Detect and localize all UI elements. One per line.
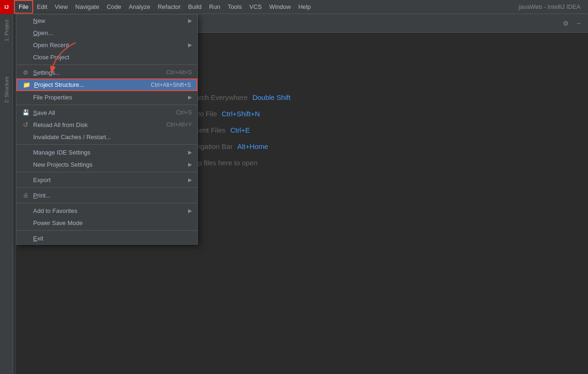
hint-search-everywhere: Search Everywhere Double Shift [187,93,291,101]
divider-2 [16,105,197,105]
export-arrow-icon: ▶ [188,177,192,183]
new-projects-arrow-icon: ▶ [188,162,192,168]
settings-icon: ⚙ [21,69,30,76]
menu-exit[interactable]: Exit [16,232,197,244]
menu-new-projects-settings[interactable]: New Projects Settings ▶ [16,158,197,170]
toolbar-settings-button[interactable]: ⚙ [560,18,571,29]
sidebar-tab-project[interactable]: 1: Project [3,16,10,45]
menu-item-analyze[interactable]: Analyze [125,0,154,14]
hint-drop-files: Drop files here to open [187,159,291,167]
hint-recent-files: Recent Files Ctrl+E [187,126,291,134]
left-sidebar: 1: Project 2: Structure [0,14,13,374]
window-title: javaWeb - IntelliJ IDEA [518,3,588,10]
menu-item-tools[interactable]: Tools [224,0,245,14]
hint-key-nav: Alt+Home [237,142,268,150]
menu-invalidate-caches[interactable]: Invalidate Caches / Restart... [16,131,197,143]
reload-icon: ↺ [21,121,30,128]
manage-ide-arrow-icon: ▶ [188,149,192,155]
project-structure-icon: 📁 [22,81,31,88]
menu-print[interactable]: 🖨 Print... [16,189,197,201]
menu-power-save[interactable]: Power Save Mode [16,217,197,229]
open-recent-arrow-icon: ▶ [188,42,192,48]
menu-item-refactor[interactable]: Refactor [154,0,184,14]
menu-item-navigate[interactable]: Navigate [71,0,103,14]
divider-5 [16,187,197,188]
menu-settings[interactable]: ⚙ Settings... Ctrl+Alt+S [16,66,197,78]
hint-key-search: Double Shift [252,93,291,101]
menu-bar: File Edit View Navigate Code Analyze Ref… [14,0,588,14]
menu-item-help[interactable]: Help [294,0,315,14]
add-favorites-arrow-icon: ▶ [188,208,192,214]
title-bar: IJ File Edit View Navigate Code Analyze … [0,0,588,14]
menu-new[interactable]: New ▶ [16,14,197,27]
menu-item-view[interactable]: View [51,0,71,14]
menu-item-file[interactable]: File [14,0,33,14]
menu-item-edit[interactable]: Edit [33,0,51,14]
file-properties-arrow-icon: ▶ [188,94,192,100]
hint-goto-file: Go to File Ctrl+Shift+N [187,110,291,118]
print-icon: 🖨 [21,192,30,198]
menu-add-favorites[interactable]: Add to Favorites ▶ [16,205,197,217]
divider-1 [16,64,197,65]
app-icon: IJ [0,0,13,14]
divider-4 [16,172,197,172]
menu-export[interactable]: Export ▶ [16,174,197,186]
hint-nav-bar: Navigation Bar Alt+Home [187,142,291,150]
sidebar-tab-structure[interactable]: 2: Structure [3,73,10,107]
menu-item-run[interactable]: Run [205,0,224,14]
menu-manage-ide[interactable]: Manage IDE Settings ▶ [16,146,197,158]
toolbar-minimize-button[interactable]: − [573,18,584,29]
menu-project-structure[interactable]: 📁 Project Structure... Ctrl+Alt+Shift+S [16,78,197,91]
menu-item-code[interactable]: Code [103,0,125,14]
file-dropdown-menu: New ▶ Open... Open Recent ▶ Close Projec… [16,14,198,245]
menu-item-vcs[interactable]: VCS [245,0,266,14]
menu-file-properties[interactable]: File Properties ▶ [16,91,197,103]
hint-key-goto: Ctrl+Shift+N [222,110,260,118]
hint-area: Search Everywhere Double Shift Go to Fil… [187,93,291,167]
menu-reload-all[interactable]: ↺ Reload All from Disk Ctrl+Alt+Y [16,119,197,131]
menu-close-project[interactable]: Close Project [16,51,197,63]
hint-key-recent: Ctrl+E [230,126,250,134]
menu-open[interactable]: Open... [16,27,197,39]
menu-item-build[interactable]: Build [184,0,205,14]
new-arrow-icon: ▶ [188,18,192,24]
menu-open-recent[interactable]: Open Recent ▶ [16,39,197,51]
divider-3 [16,144,197,145]
menu-item-window[interactable]: Window [266,0,294,14]
menu-save-all[interactable]: 💾 Save All Ctrl+S [16,106,197,119]
divider-7 [16,230,197,231]
save-all-icon: 💾 [21,109,30,116]
divider-6 [16,203,197,203]
